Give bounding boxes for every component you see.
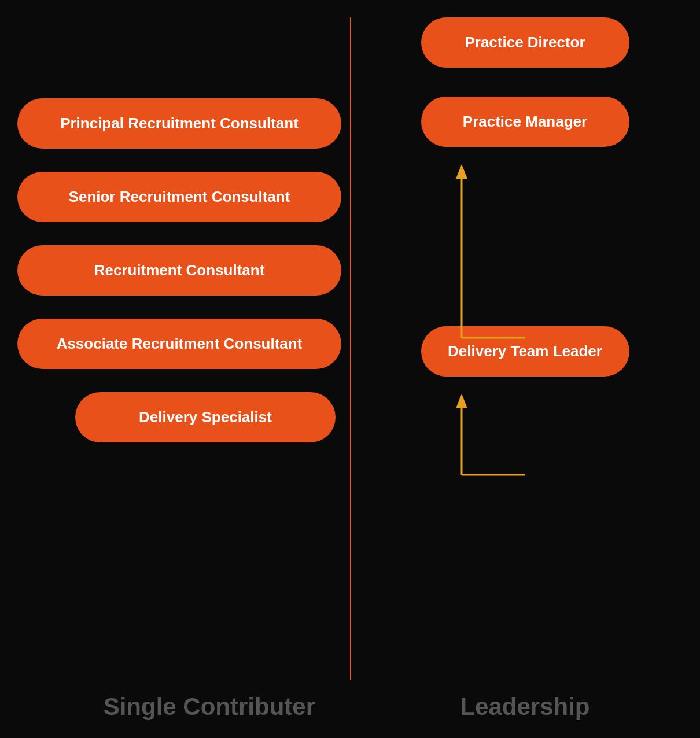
upper-arrow-container bbox=[421, 158, 629, 344]
left-column: Principal Recruitment Consultant Senior … bbox=[0, 0, 350, 738]
leadership-text: Leadership bbox=[460, 693, 590, 720]
right-column-label: Leadership bbox=[350, 693, 700, 721]
svg-marker-2 bbox=[456, 164, 467, 179]
manager-pill: Practice Manager bbox=[421, 97, 629, 147]
svg-marker-5 bbox=[456, 394, 467, 408]
delivery-specialist-pill: Delivery Specialist bbox=[75, 392, 336, 442]
main-container: Principal Recruitment Consultant Senior … bbox=[0, 0, 700, 738]
principal-label: Principal Recruitment Consultant bbox=[60, 115, 299, 132]
director-label: Practice Director bbox=[465, 34, 585, 51]
senior-label: Senior Recruitment Consultant bbox=[69, 188, 290, 206]
upper-arrow-svg bbox=[433, 158, 618, 344]
team-leader-label: Delivery Team Leader bbox=[448, 342, 602, 360]
principal-pill: Principal Recruitment Consultant bbox=[17, 98, 341, 149]
delivery-specialist-label: Delivery Specialist bbox=[139, 408, 272, 426]
single-contributor-text: Single Contributer bbox=[104, 693, 315, 720]
lower-arrow-svg bbox=[433, 388, 618, 481]
director-pill: Practice Director bbox=[421, 17, 629, 68]
associate-label: Associate Recruitment Consultant bbox=[57, 335, 303, 353]
manager-label: Practice Manager bbox=[463, 113, 587, 131]
associate-pill: Associate Recruitment Consultant bbox=[17, 319, 341, 369]
senior-pill: Senior Recruitment Consultant bbox=[17, 172, 341, 222]
right-column: Practice Director Practice Manager Deliv… bbox=[350, 0, 700, 738]
left-column-label: Single Contributer bbox=[104, 693, 350, 721]
recruitment-label: Recruitment Consultant bbox=[94, 261, 265, 279]
recruitment-pill: Recruitment Consultant bbox=[17, 245, 341, 296]
lower-arrow-container bbox=[421, 388, 629, 481]
